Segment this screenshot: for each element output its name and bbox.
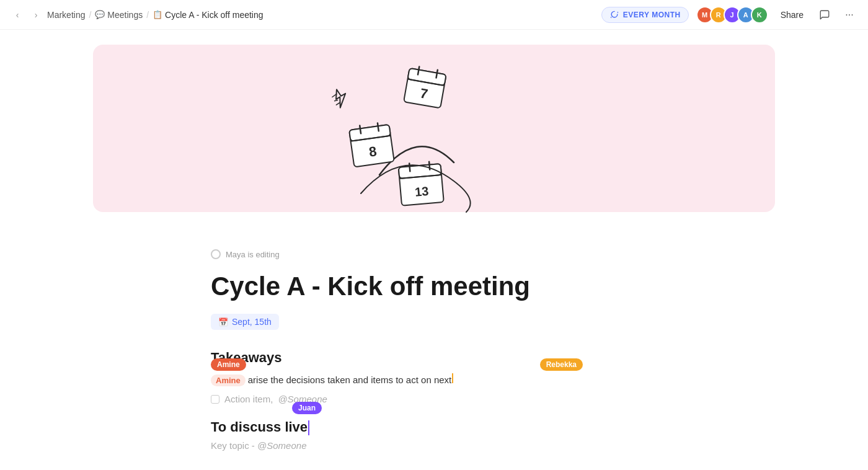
page-icon: 📋 bbox=[153, 10, 162, 19]
hero-banner: 7 8 13 bbox=[93, 45, 775, 212]
to-discuss-title-wrapper: Juan To discuss live bbox=[211, 419, 309, 440]
top-bar-right: EVERY MONTH M R J A K Share ··· bbox=[601, 6, 858, 24]
takeaways-section: Takeaways Amine Rebekka Aminearise the d… bbox=[211, 350, 657, 404]
hero-illustration: 7 8 13 bbox=[330, 51, 503, 231]
amine-inline-label: Amine bbox=[211, 375, 246, 386]
key-topic-mention: @Someone bbox=[257, 440, 306, 451]
text-cursor bbox=[452, 373, 453, 383]
breadcrumb-current-label: Cycle A - Kick off meeting bbox=[165, 10, 263, 20]
page-title: Cycle A - Kick off meeting bbox=[211, 272, 657, 301]
breadcrumb-current-page[interactable]: 📋 Cycle A - Kick off meeting bbox=[153, 10, 263, 20]
takeaways-description: Amine Rebekka Aminearise the decisions t… bbox=[211, 373, 657, 385]
content-area: Maya is editing Cycle A - Kick off meeti… bbox=[211, 212, 657, 470]
date-badge[interactable]: 📅 Sept, 15th bbox=[211, 314, 279, 330]
avatar-group: M R J A K bbox=[696, 6, 768, 24]
breadcrumb-marketing[interactable]: Marketing bbox=[47, 10, 85, 20]
juan-cursor-bar bbox=[308, 420, 309, 435]
breadcrumb-meetings-label: Meetings bbox=[107, 10, 143, 20]
comment-icon bbox=[819, 9, 830, 20]
breadcrumb-marketing-label: Marketing bbox=[47, 10, 85, 20]
top-bar: ‹ › Marketing / 💬 Meetings / 📋 Cycle A -… bbox=[0, 0, 868, 30]
recurrence-icon bbox=[609, 10, 619, 20]
key-topic-text: Key topic - bbox=[211, 440, 255, 451]
date-label: Sept, 15th bbox=[232, 317, 272, 327]
svg-text:13: 13 bbox=[414, 184, 429, 199]
to-discuss-title-text: To discuss live bbox=[211, 419, 308, 435]
breadcrumb-sep-1: / bbox=[89, 10, 91, 20]
breadcrumb-sep-2: / bbox=[146, 10, 149, 20]
svg-line-20 bbox=[336, 103, 340, 105]
svg-line-19 bbox=[335, 100, 338, 100]
editing-indicator: Maya is editing bbox=[211, 249, 657, 259]
to-discuss-title: To discuss live bbox=[211, 419, 309, 435]
to-discuss-section: Juan To discuss live Key topic - @Someon… bbox=[211, 419, 657, 451]
share-button[interactable]: Share bbox=[776, 7, 808, 22]
takeaways-title: Takeaways bbox=[211, 350, 657, 366]
calendar-icon: 📅 bbox=[218, 317, 228, 327]
key-topic-line: Key topic - @Someone bbox=[211, 440, 657, 451]
comments-button[interactable] bbox=[816, 6, 833, 24]
meetings-icon: 💬 bbox=[95, 10, 105, 19]
recurrence-badge[interactable]: EVERY MONTH bbox=[601, 7, 689, 23]
ellipsis-icon: ··· bbox=[845, 9, 853, 20]
action-checkbox[interactable] bbox=[211, 395, 219, 404]
editing-text: Maya is editing bbox=[226, 250, 280, 259]
breadcrumb-meetings[interactable]: 💬 Meetings bbox=[95, 10, 143, 20]
nav-back-button[interactable]: ‹ bbox=[10, 7, 25, 22]
top-bar-left: ‹ › Marketing / 💬 Meetings / 📋 Cycle A -… bbox=[10, 7, 264, 22]
action-item-label: Action item, bbox=[224, 394, 273, 404]
main-content: 7 8 13 bbox=[0, 30, 868, 470]
action-item-row: Action item, @Someone bbox=[211, 394, 657, 404]
action-mention: @Someone bbox=[278, 394, 327, 404]
description-text: arise the decisions taken and items to a… bbox=[248, 375, 452, 385]
avatar-5[interactable]: K bbox=[751, 6, 768, 24]
breadcrumb: Marketing / 💬 Meetings / 📋 Cycle A - Kic… bbox=[47, 10, 264, 20]
nav-forward-button[interactable]: › bbox=[29, 7, 43, 22]
recurrence-label: EVERY MONTH bbox=[623, 11, 681, 19]
editing-dot bbox=[211, 249, 221, 259]
takeaways-description-text: Aminearise the decisions taken and items… bbox=[211, 373, 453, 385]
more-options-button[interactable]: ··· bbox=[841, 6, 858, 24]
